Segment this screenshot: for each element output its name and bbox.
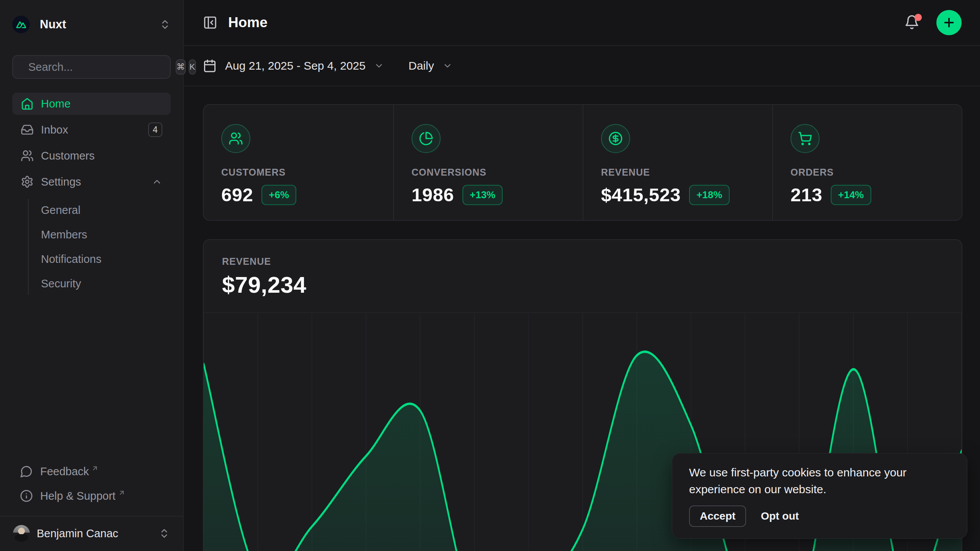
cookie-banner: We use first-party cookies to enhance yo… — [672, 453, 967, 539]
stat-value: 692 — [221, 184, 253, 205]
shopping-cart-icon — [791, 124, 820, 153]
feedback-link[interactable]: Feedback — [12, 461, 171, 482]
stat-label: CONVERSIONS — [412, 167, 567, 178]
stat-delta-badge: +18% — [689, 185, 729, 205]
stat-label: REVENUE — [601, 167, 757, 178]
collapse-sidebar-button[interactable] — [203, 15, 217, 30]
sidebar-item-customers[interactable]: Customers — [12, 145, 171, 167]
dollar-circle-icon — [601, 124, 630, 153]
granularity-select[interactable]: Daily — [408, 59, 452, 72]
stat-customers[interactable]: CUSTOMERS 692 +6% — [204, 105, 393, 220]
chevron-up-down-icon — [158, 528, 170, 539]
stat-delta-badge: +13% — [462, 185, 503, 205]
notifications-button[interactable] — [904, 15, 920, 31]
plus-icon — [942, 16, 956, 29]
sidebar-item-label: Home — [41, 98, 70, 110]
sidebar-item-settings[interactable]: Settings — [12, 171, 171, 193]
external-link-icon — [91, 465, 99, 472]
sidebar-divider — [0, 516, 183, 517]
inbox-count-badge: 4 — [148, 122, 162, 137]
sidebar-item-label: Settings — [41, 176, 81, 188]
stat-label: CUSTOMERS — [221, 167, 378, 178]
submenu-label: General — [41, 204, 80, 217]
inbox-icon — [21, 123, 34, 136]
search-input[interactable] — [28, 61, 173, 73]
accept-cookies-button[interactable]: Accept — [689, 505, 746, 527]
filter-bar: Aug 21, 2025 - Sep 4, 2025 Daily — [184, 46, 980, 86]
sidebar-item-general[interactable]: General — [40, 199, 171, 221]
chevron-up-down-icon — [159, 19, 171, 30]
feedback-label: Feedback — [40, 465, 89, 478]
sidebar-item-label: Inbox — [41, 124, 68, 136]
nuxt-logo-icon — [12, 16, 30, 33]
home-icon — [21, 97, 34, 110]
add-button[interactable] — [936, 10, 962, 35]
stat-delta-badge: +14% — [831, 185, 871, 205]
message-circle-icon — [20, 465, 33, 478]
workspace-switcher[interactable]: Nuxt — [12, 12, 171, 37]
notification-dot — [915, 14, 922, 21]
submenu-label: Members — [41, 228, 87, 241]
stat-orders[interactable]: ORDERS 213 +14% — [772, 105, 962, 220]
sidebar-item-label: Customers — [41, 150, 95, 162]
calendar-icon — [203, 59, 217, 73]
panel-left-close-icon — [203, 15, 217, 30]
external-link-icon — [118, 489, 126, 497]
sidebar-item-notifications[interactable]: Notifications — [40, 248, 171, 270]
avatar — [13, 525, 30, 542]
sidebar-bottom: Feedback Help & Support Benjamin Canac — [0, 461, 183, 551]
revenue-chart-value: $79,234 — [222, 272, 943, 298]
sidebar-item-inbox[interactable]: Inbox 4 — [12, 119, 171, 141]
sidebar-item-members[interactable]: Members — [40, 223, 171, 246]
sidebar-nav: Home Inbox 4 Customers Settings General … — [12, 93, 171, 295]
submenu-label: Security — [41, 277, 81, 290]
workspace-name: Nuxt — [40, 18, 159, 31]
sidebar: Nuxt ⌘ K Home Inbox 4 Customers Settings — [0, 0, 184, 551]
sidebar-item-home[interactable]: Home — [12, 93, 171, 115]
user-name: Benjamin Canac — [37, 527, 158, 540]
pie-chart-icon — [412, 124, 441, 153]
revenue-chart-label: REVENUE — [222, 256, 943, 267]
cookie-message: We use first-party cookies to enhance yo… — [689, 464, 950, 498]
search-box[interactable]: ⌘ K — [12, 55, 171, 79]
date-range-value: Aug 21, 2025 - Sep 4, 2025 — [225, 59, 366, 72]
submenu-label: Notifications — [41, 253, 101, 266]
help-support-link[interactable]: Help & Support — [12, 485, 171, 507]
chevron-down-icon — [443, 61, 452, 71]
stat-label: ORDERS — [791, 167, 946, 178]
stat-revenue[interactable]: REVENUE $415,523 +18% — [583, 105, 772, 220]
optout-cookies-button[interactable]: Opt out — [761, 506, 799, 526]
user-menu[interactable]: Benjamin Canac — [6, 521, 177, 546]
help-support-label: Help & Support — [40, 490, 116, 502]
page-title: Home — [228, 15, 268, 31]
stat-value: 1986 — [412, 184, 454, 205]
gear-icon — [21, 175, 34, 188]
chevron-up-icon — [152, 176, 162, 187]
stat-value: 213 — [791, 184, 822, 205]
users-icon — [221, 124, 250, 153]
topbar: Home — [184, 0, 980, 46]
granularity-value: Daily — [408, 59, 434, 72]
settings-submenu: General Members Notifications Security — [28, 199, 171, 295]
main-area: Home Aug 21, 2025 - Sep 4, 2025 Daily — [184, 0, 980, 551]
date-range-picker[interactable]: Aug 21, 2025 - Sep 4, 2025 — [203, 59, 384, 73]
sidebar-item-security[interactable]: Security — [40, 272, 171, 295]
stat-delta-badge: +6% — [261, 185, 296, 205]
users-icon — [21, 149, 34, 162]
stats-card: CUSTOMERS 692 +6% CONVERSIONS 1986 +13% — [203, 104, 962, 221]
info-icon — [20, 489, 33, 502]
chevron-down-icon — [374, 61, 384, 71]
stat-value: $415,523 — [601, 184, 681, 205]
stat-conversions[interactable]: CONVERSIONS 1986 +13% — [393, 105, 583, 220]
